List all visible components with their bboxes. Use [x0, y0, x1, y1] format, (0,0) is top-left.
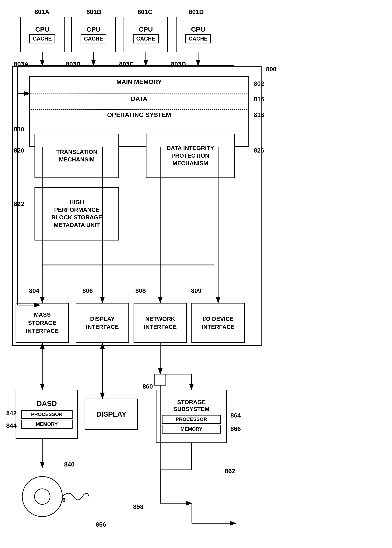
ref-846: 846 — [55, 497, 66, 504]
svg-rect-26 — [155, 374, 166, 385]
ref-801d: 801D — [189, 8, 204, 16]
data-label: DATA — [29, 95, 249, 102]
cpu-a-label: CPU — [35, 26, 49, 33]
dashed-line-1 — [29, 93, 249, 94]
ref-804: 804 — [29, 287, 39, 294]
ref-840: 840 — [64, 461, 75, 468]
ref-844: 844 — [6, 422, 17, 429]
ref-809: 809 — [191, 287, 202, 294]
translation-label: TRANSLATIONMECHANSIM — [56, 148, 97, 163]
ref-800: 800 — [266, 66, 276, 73]
cpu-d: CPU CACHE — [176, 17, 220, 52]
dashed-line-2 — [29, 109, 249, 110]
ref-801c: 801C — [138, 8, 153, 16]
io-device-interface: I/O DEVICEINTERFACE — [191, 303, 245, 343]
ref-816: 816 — [254, 96, 264, 103]
ref-862: 862 — [225, 468, 235, 475]
cache-d: CACHE — [185, 34, 211, 43]
cpu-c: CPU CACHE — [124, 17, 168, 52]
mass-storage-interface: MASSSTORAGEINTERFACE — [16, 303, 69, 343]
ref-826: 826 — [254, 147, 264, 154]
cpu-c-label: CPU — [139, 26, 153, 33]
ref-820: 820 — [14, 147, 24, 154]
ref-808: 808 — [135, 287, 146, 294]
network-interface-label: NETWORKINTERFACE — [144, 315, 176, 331]
display-interface: DISPLAYINTERFACE — [76, 303, 129, 343]
io-device-label: I/O DEVICEINTERFACE — [202, 315, 234, 331]
ref-801b: 801B — [86, 8, 101, 16]
ref-842: 842 — [6, 410, 17, 417]
storage-processor: PROCESSOR — [162, 415, 221, 424]
dasd-title: DASD — [37, 400, 57, 408]
ref-860: 860 — [142, 383, 153, 390]
dasd-processor: PROCESSOR — [21, 410, 73, 419]
dashed-line-3 — [29, 125, 249, 125]
storage-memory: MEMORY — [162, 425, 221, 434]
data-integrity-box: DATA INTEGRITYPROTECTIONMECHANISM — [146, 133, 235, 178]
ref-858: 858 — [133, 503, 144, 510]
ref-802: 802 — [254, 80, 264, 87]
cache-a: CACHE — [29, 34, 55, 43]
os-label: OPERATING SYSTEM — [29, 111, 249, 119]
data-integrity-label: DATA INTEGRITYPROTECTIONMECHANISM — [167, 145, 214, 167]
display-box: DISPLAY — [84, 399, 138, 430]
translation-mechanism-box: TRANSLATIONMECHANSIM — [35, 133, 119, 178]
dasd-box: DASD PROCESSOR MEMORY — [16, 390, 78, 439]
display-component-label: DISPLAY — [96, 410, 126, 418]
display-interface-label: DISPLAYINTERFACE — [86, 315, 119, 331]
ref-856: 856 — [96, 521, 106, 528]
cpu-a: CPU CACHE — [20, 17, 64, 52]
main-memory-label: MAIN MEMORY — [29, 78, 249, 85]
cpu-d-label: CPU — [191, 26, 205, 33]
ref-806: 806 — [82, 287, 93, 294]
ref-866: 866 — [230, 425, 241, 432]
hp-block-storage-box: HIGHPERFORMANCEBLOCK STORAGEMETADATA UNI… — [35, 187, 119, 240]
storage-subsystem-box: STORAGESUBSYSTEM PROCESSOR MEMORY — [156, 390, 227, 443]
ref-864: 864 — [230, 412, 241, 419]
network-interface: NETWORKINTERFACE — [133, 303, 187, 343]
svg-point-31 — [35, 489, 50, 504]
cpu-b: CPU CACHE — [71, 17, 116, 52]
ref-822: 822 — [14, 200, 24, 208]
ref-810: 810 — [14, 126, 24, 133]
cpu-b-label: CPU — [86, 26, 100, 33]
dasd-memory: MEMORY — [21, 420, 73, 429]
mass-storage-label: MASSSTORAGEINTERFACE — [26, 311, 59, 335]
ref-818: 818 — [254, 111, 264, 119]
hp-block-storage-label: HIGHPERFORMANCEBLOCK STORAGEMETADATA UNI… — [51, 199, 102, 229]
cache-c: CACHE — [133, 34, 159, 43]
ref-801a: 801A — [35, 8, 49, 16]
storage-subsystem-title: STORAGESUBSYSTEM — [173, 399, 210, 413]
diagram-container: 801A 801B 801C 801D CPU CACHE CPU CACHE … — [0, 0, 392, 548]
cache-b: CACHE — [81, 34, 106, 43]
